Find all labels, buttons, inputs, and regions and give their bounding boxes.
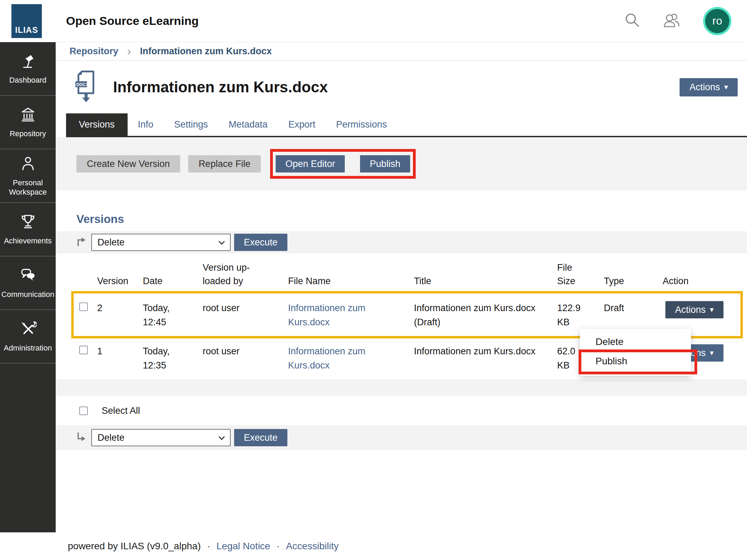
select-all-row: Select All [79,405,747,416]
create-new-version-button[interactable]: Create New Version [76,155,180,172]
page-title: Informationen zum Kurs.docx [113,78,328,96]
bulk-action-select-top[interactable]: Delete [91,234,231,251]
tools-icon [19,320,37,339]
chevron-down-icon: ▾ [724,83,728,92]
menu-item-delete[interactable]: Delete [580,332,691,352]
bulk-action-select-bottom[interactable]: Delete [91,429,231,446]
footer-separator: · [276,541,279,552]
breadcrumb-separator-icon: › [127,45,131,58]
accessibility-link[interactable]: Accessibility [286,541,339,552]
cell-title: Informationen zum Kurs.docx (Draft) [414,301,557,329]
legal-notice-link[interactable]: Legal Notice [216,541,270,552]
lamp-icon [19,52,37,71]
sidebar-item-label: Repository [8,129,47,139]
sidebar-item-dashboard[interactable]: Dashboard [0,42,56,96]
ilias-logo[interactable]: ILIAS [11,4,42,38]
file-name-link[interactable]: Informationen zum Kurs.docx [288,346,366,371]
breadcrumb-current[interactable]: Informationen zum Kurs.docx [140,46,272,57]
search-icon[interactable] [624,12,641,30]
breadcrumb-repository-link[interactable]: Repository [70,46,118,57]
sidebar-item-achievements[interactable]: Achievements [0,203,56,256]
execute-button-top[interactable]: Execute [234,234,287,251]
replace-file-button[interactable]: Replace File [188,155,261,172]
table-row-version-2: 2 Today, 12:45 root user Informationen z… [74,293,740,336]
cell-title: Informationen zum Kurs.docx [414,344,557,372]
cell-date: Today, 12:45 [143,301,191,329]
chat-icon [19,267,37,285]
version-toolbar: Create New Version Replace File Open Edi… [56,137,747,190]
trophy-icon [19,213,37,232]
cell-uploaded-by: root user [203,301,288,329]
main-sidebar: Dashboard Repository [0,42,56,532]
cell-version: 1 [97,344,143,372]
chevron-down-icon: ▾ [710,305,714,314]
col-uploaded-by: Version up-loaded by [203,261,260,288]
users-icon[interactable] [662,12,682,30]
col-file-name: File Name [288,274,414,288]
sidebar-item-label: Achievements [2,236,53,246]
sidebar-item-personal-workspace[interactable]: Personal Workspace [0,149,56,203]
table-header-row: Version Date Version up-loaded by File N… [74,259,740,293]
sidebar-item-label: Personal Workspace [0,178,56,197]
col-action: Action [663,274,740,288]
user-avatar[interactable]: ro [703,7,731,35]
tab-export[interactable]: Export [278,113,326,136]
sidebar-item-label: Dashboard [8,75,48,85]
select-all-checkbox[interactable] [79,407,88,415]
row-checkbox[interactable] [79,302,88,311]
main-content: Repository › Informationen zum Kurs.docx… [56,42,747,532]
tab-bar: Versions Info Settings Metadata Export P… [66,113,747,137]
bulk-action-bar-top: Delete Execute [56,231,747,253]
footer-separator: · [207,541,210,552]
avatar-initials: ro [712,15,722,27]
publish-button[interactable]: Publish [360,155,410,172]
breadcrumb: Repository › Informationen zum Kurs.docx [56,42,747,61]
cell-file-size: 122.9 KB [557,301,595,329]
page-actions-button[interactable]: Actions ▾ [680,78,738,96]
cell-uploaded-by: root user [203,344,288,372]
toolbar-highlight-group: Open Editor Publish [276,155,410,172]
open-editor-button[interactable]: Open Editor [276,155,345,172]
menu-item-publish-label: Publish [596,354,627,368]
col-version: Version [97,274,143,288]
sidebar-item-repository[interactable]: Repository [0,96,56,149]
page-actions-label: Actions [689,82,720,93]
versions-section-heading: Versions [76,213,747,226]
ilias-logo-text: ILIAS [15,25,38,35]
tab-info[interactable]: Info [128,113,164,136]
tab-versions[interactable]: Versions [66,113,128,136]
tab-metadata[interactable]: Metadata [218,113,278,136]
col-title: Title [414,274,557,288]
person-icon [19,155,37,174]
apply-to-selection-up-icon [75,235,87,249]
sidebar-item-label: Communication [0,290,56,299]
top-header: ILIAS Open Source eLearning ro [0,0,747,42]
sidebar-item-label: Administration [2,343,53,353]
row-checkbox[interactable] [79,346,88,354]
sidebar-item-administration[interactable]: Administration [0,310,56,364]
cell-date: Today, 12:35 [143,344,191,372]
col-file-size: File Size [557,261,585,288]
col-type: Type [604,274,663,288]
select-all-label: Select All [102,405,140,416]
svg-text:DOCX: DOCX [76,82,89,87]
apply-to-selection-down-icon [75,431,87,445]
bulk-action-bar-bottom: Delete Execute [56,425,747,450]
menu-item-publish[interactable]: Publish [580,352,691,371]
execute-button-bottom[interactable]: Execute [234,429,287,446]
page-head: DOCX Informationen zum Kurs.docx Actions… [56,61,747,113]
file-name-link[interactable]: Informationen zum Kurs.docx [288,303,366,327]
row-actions-button[interactable]: Actions ▾ [665,301,723,318]
row-actions-label: Actions [675,305,706,315]
docx-file-icon: DOCX [73,70,99,104]
tab-permissions[interactable]: Permissions [326,113,397,136]
cell-version: 2 [97,301,143,329]
ilias-app: ILIAS Open Source eLearning ro [0,0,747,560]
actions-context-menu: Delete Publish [580,329,691,376]
tab-settings[interactable]: Settings [164,113,219,136]
sidebar-item-communication[interactable]: Communication [0,256,56,310]
chevron-down-icon: ▾ [710,348,714,357]
app-title: Open Source eLearning [66,14,199,28]
table-footer-strip [56,379,747,396]
cell-type: Draft [604,301,663,329]
